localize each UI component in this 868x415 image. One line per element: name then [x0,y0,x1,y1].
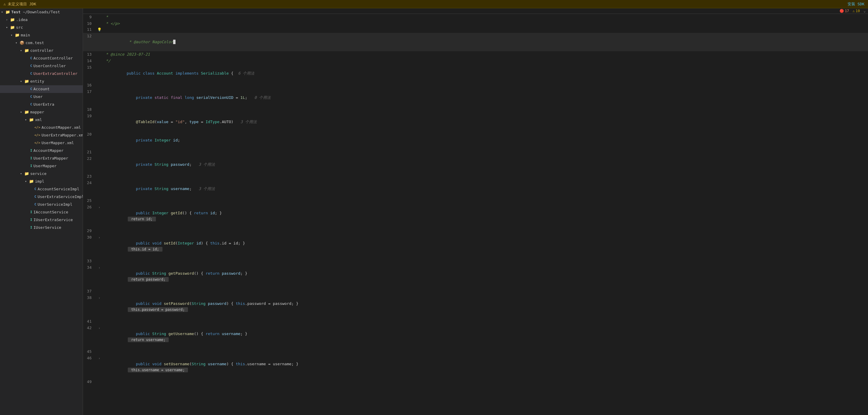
expand-icon[interactable]: ⌄ [864,9,866,13]
code-line-24: 24 private String username; 3 个用法 [83,180,868,198]
sidebar-item-user-extra-service-impl[interactable]: C UserExtraServiceImpl [0,193,83,201]
line-num-42: 42 [83,325,96,330]
line-num-14: 14 [83,59,96,63]
fold-icon-38[interactable]: › [98,296,100,300]
sidebar-item-main[interactable]: ▾ 📁 main [0,31,83,39]
line-num-34: 34 [83,265,96,270]
code-line-9: 9 * [83,14,868,21]
user-extra-service-impl-label: UserExtraServiceImpl [38,194,83,200]
folder-icon: 📁 [10,24,15,31]
entity-label: entity [30,78,44,85]
sidebar-item-iuser-service[interactable]: I IUserService [0,224,83,232]
sidebar-item-user-extra-mapper[interactable]: I UserExtraMapper [0,154,83,162]
sidebar-item-service[interactable]: ▾ 📁 service [0,170,83,178]
java-class-icon: C [30,86,32,92]
iaccount-service-label: IAccountService [33,209,68,215]
code-line-20: 20 private Integer id; [83,131,868,149]
java-class-icon: C [30,101,32,108]
sidebar-item-user-service-impl[interactable]: C UserServiceImpl [0,201,83,208]
gutter-26[interactable]: › [96,206,102,209]
folder-icon: 📁 [10,16,15,23]
sidebar-item-entity[interactable]: ▾ 📁 entity [0,77,83,85]
sidebar-item-account[interactable]: C Account [0,85,83,93]
sidebar-item-xml[interactable]: ▾ 📁 xml [0,116,83,124]
gutter-38[interactable]: › [96,296,102,300]
sidebar-item-account-controller[interactable]: C AccountController [0,55,83,62]
sidebar-item-src[interactable]: ▾ 📁 src [0,24,83,31]
folder-icon: 📁 [24,109,29,115]
warning-badge: ⚠ 10 [852,9,860,13]
sidebar-item-idea[interactable]: › 📁 .idea [0,16,83,24]
code-editor[interactable]: 9 * 10 * </p> 11 💡 12 [83,14,868,415]
gutter-46[interactable]: › [96,357,102,360]
sidebar-item-iuser-extra-service[interactable]: I IUserExtraService [0,216,83,224]
sidebar-item-account-mapper[interactable]: I AccountMapper [0,147,83,154]
lightbulb-icon[interactable]: 💡 [97,28,102,32]
line-num-26: 26 [83,205,96,209]
sidebar-item-account-mapper-xml[interactable]: </> AccountMapper.xml [0,124,83,131]
sidebar-item-user-controller[interactable]: C UserController [0,62,83,70]
line-content-46: public void setUsername(String username)… [102,355,868,379]
line-num-37: 37 [83,289,96,293]
sidebar-item-mapper[interactable]: ▾ 📁 mapper [0,108,83,116]
sidebar-item-user-mapper[interactable]: I UserMapper [0,162,83,170]
sidebar-item-iaccount-service[interactable]: I IAccountService [0,208,83,216]
sidebar-item-user-mapper-xml[interactable]: </> UserMapper.xml [0,139,83,147]
sidebar-item-account-service-impl[interactable]: C AccountServiceImpl [0,185,83,193]
line-content-12: * @author NagoColor [102,33,868,51]
code-line-29: 29 [83,228,868,234]
sidebar-item-com-test[interactable]: ▾ 📦 com.test [0,39,83,47]
line-num-9: 9 [83,15,96,19]
line-num-12: 12 [83,34,96,38]
line-content-14: */ [102,58,868,64]
code-line-16: 16 [83,82,868,89]
line-num-30: 30 [83,235,96,239]
src-label: src [16,24,23,31]
gutter-30[interactable]: › [96,236,102,239]
code-line-38: 38 › public void setPassword(String pass… [83,295,868,319]
code-line-19: 19 @TableId(value = "id", type = IdType.… [83,113,868,131]
code-line-12: 12 * @author NagoColor [83,33,868,51]
sidebar-item-impl[interactable]: ▾ 📁 impl [0,178,83,185]
xml-icon: </> [34,124,40,131]
code-line-25: 25 [83,198,868,204]
code-line-34: 34 › public String getPassword() { retur… [83,264,868,288]
line-num-10: 10 [83,21,96,26]
user-service-impl-label: UserServiceImpl [38,201,72,208]
java-class-icon: C [30,70,32,77]
code-line-14: 14 */ [83,58,868,64]
folder-icon: 📁 [15,32,20,38]
fold-icon-46[interactable]: › [98,357,100,360]
fold-icon-26[interactable]: › [98,206,100,209]
java-class-icon: C [30,94,32,100]
gutter-11[interactable]: 💡 [96,28,102,32]
sidebar-item-controller[interactable]: ▾ 📁 controller [0,47,83,55]
code-line-23: 23 [83,174,868,180]
code-line-10: 10 * </p> [83,21,868,27]
line-num-17: 17 [83,90,96,94]
sidebar-item-user[interactable]: C User [0,93,83,101]
code-line-37: 37 [83,288,868,295]
editor-area: 🔴 17 ⚠ 10 ⌄ 9 * 10 * </p> [83,8,868,415]
code-line-26: 26 › public Integer getId() { return id;… [83,204,868,228]
line-num-22: 22 [83,156,96,161]
install-sdk-button[interactable]: 安装 SDK [847,1,864,7]
gutter-34[interactable]: › [96,266,102,269]
line-num-18: 18 [83,107,96,112]
sidebar-item-root[interactable]: ▾ 📁 Test ~/Downloads/Test [0,8,83,16]
line-num-33: 33 [83,259,96,263]
warning-count: 10 [856,9,860,13]
sidebar-item-user-extra-mapper-xml[interactable]: </> UserExtraMapper.xml [0,131,83,139]
gutter-42[interactable]: › [96,326,102,330]
code-line-46: 46 › public void setUsername(String user… [83,355,868,379]
xml-icon: </> [34,140,40,146]
code-line-49: 49 [83,379,868,385]
fold-icon-34[interactable]: › [98,266,100,269]
fold-icon-30[interactable]: › [98,236,100,239]
line-num-19: 19 [83,114,96,118]
line-num-15: 15 [83,65,96,70]
sidebar-item-user-extra[interactable]: C UserExtra [0,101,83,108]
line-content-19: @TableId(value = "id", type = IdType.AUT… [102,113,868,131]
sidebar-item-user-extra-controller[interactable]: C UserExtraController [0,70,83,77]
fold-icon-42[interactable]: › [98,326,100,330]
